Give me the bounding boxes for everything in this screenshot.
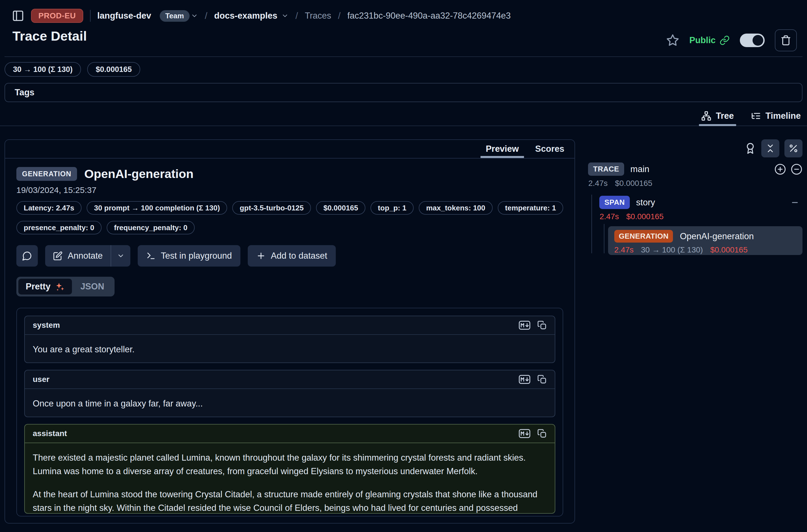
span-metrics: 2.47s $0.000165 xyxy=(600,212,664,221)
link-icon xyxy=(719,35,730,45)
trace-tree-panel: TRACE main 2.47s $0.000165 SPAN story 2.… xyxy=(581,139,803,529)
breadcrumb-trace-id: fac231bc-90ee-490a-aa32-78c4269474e3 xyxy=(348,11,511,21)
token-usage-badge: 30 prompt → 100 completion (Σ 130) xyxy=(87,201,227,215)
breadcrumb-slash: / xyxy=(338,11,341,21)
add-to-dataset-button[interactable]: Add to dataset xyxy=(248,245,336,267)
observation-timestamp: 19/03/2024, 15:25:37 xyxy=(16,185,563,195)
page-title: Trace Detail xyxy=(13,28,87,44)
message-header: system xyxy=(25,316,555,335)
tree-node-trace[interactable]: TRACE main xyxy=(588,163,803,176)
collapse-all-button[interactable] xyxy=(761,139,780,157)
span-type-badge: SPAN xyxy=(599,196,630,209)
breadcrumb-slash: / xyxy=(296,11,298,21)
parameter-badges-row-1: Latency: 2.47s 30 prompt → 100 completio… xyxy=(16,201,563,215)
panel-tabs: Preview Scores xyxy=(5,140,575,158)
trace-cost: $0.000165 xyxy=(615,179,652,188)
message-header-icons xyxy=(519,320,547,330)
timeline-icon xyxy=(751,111,761,121)
circle-plus-icon[interactable] xyxy=(774,163,786,175)
tab-timeline[interactable]: Timeline xyxy=(751,108,801,124)
action-buttons: Annotate Test in playground xyxy=(16,245,563,267)
observation-panel: Preview Scores GENERATION OpenAI-generat… xyxy=(4,139,575,524)
cost-badge: $0.000165 xyxy=(87,62,140,77)
span-latency: 2.47s xyxy=(600,212,619,221)
tags-section[interactable]: Tags xyxy=(4,83,803,102)
comments-button[interactable] xyxy=(16,245,38,267)
message-header: user xyxy=(25,370,555,389)
chevron-down-icon xyxy=(281,12,289,19)
copy-icon[interactable] xyxy=(537,429,547,438)
model-badge[interactable]: gpt-3.5-turbo-0125 xyxy=(232,201,311,215)
metrics-percent-button[interactable] xyxy=(784,139,803,157)
format-json-option[interactable]: JSON xyxy=(72,279,113,294)
observation-header: GENERATION OpenAI-generation xyxy=(16,167,563,181)
chevron-down-icon xyxy=(117,252,125,260)
public-link[interactable]: Public xyxy=(689,35,730,45)
environment-badge[interactable]: PROD-EU xyxy=(31,9,83,23)
breadcrumb-traces-link[interactable]: Traces xyxy=(305,11,331,21)
message-user: user Once upon a time in a galaxy far, f… xyxy=(24,370,555,417)
org-selector[interactable]: Team xyxy=(158,10,198,22)
token-usage-badge: 30 → 100 (Σ 130) xyxy=(4,62,81,77)
annotate-dropdown-button[interactable] xyxy=(111,245,130,267)
span-name: story xyxy=(636,197,655,208)
terminal-icon xyxy=(146,251,156,261)
temperature-badge: temperature: 1 xyxy=(498,201,563,215)
chevrons-down-up-icon xyxy=(765,143,775,153)
message-header-icons xyxy=(519,429,547,438)
markdown-toggle-icon[interactable] xyxy=(519,375,530,384)
sparkles-icon xyxy=(55,282,64,291)
breadcrumb-project: docs-examples xyxy=(214,11,277,21)
observation-content: GENERATION OpenAI-generation 19/03/2024,… xyxy=(5,158,575,516)
tab-tree-label: Tree xyxy=(716,111,734,121)
delete-trace-button[interactable] xyxy=(775,29,797,51)
message-role: system xyxy=(33,321,60,330)
playground-label: Test in playground xyxy=(161,251,232,261)
bookmark-star-icon[interactable] xyxy=(666,34,679,47)
copy-icon[interactable] xyxy=(537,375,547,384)
trace-summary-badges: 30 → 100 (Σ 130) $0.000165 xyxy=(4,62,140,77)
tab-tree[interactable]: Tree xyxy=(701,108,734,124)
tree-node-generation-selected[interactable]: GENERATION OpenAI-generation 2.47s 30 → … xyxy=(608,226,803,255)
message-content: Once upon a time in a galaxy far, far aw… xyxy=(25,389,555,417)
public-label: Public xyxy=(689,35,716,45)
markdown-toggle-icon[interactable] xyxy=(519,320,530,330)
observation-title: OpenAI-generation xyxy=(85,167,193,181)
breadcrumb-org[interactable]: langfuse-dev xyxy=(97,11,151,21)
messages-container: system You are a great storyteller. user xyxy=(16,308,563,516)
tab-preview[interactable]: Preview xyxy=(486,140,519,158)
circle-minus-icon[interactable] xyxy=(791,163,803,175)
tab-scores[interactable]: Scores xyxy=(535,140,564,158)
collapse-node-icon[interactable] xyxy=(791,198,799,207)
comment-icon xyxy=(22,251,32,261)
tree-node-span[interactable]: SPAN story xyxy=(599,196,803,209)
cost-badge: $0.000165 xyxy=(316,201,365,215)
max-tokens-badge: max_tokens: 100 xyxy=(419,201,493,215)
active-tab-indicator xyxy=(481,156,524,158)
org-type-badge: Team xyxy=(160,10,190,22)
breadcrumb: PROD-EU langfuse-dev Team / docs-example… xyxy=(12,7,796,24)
trace-latency: 2.47s xyxy=(588,179,608,188)
presence-penalty-badge: presence_penalty: 0 xyxy=(16,221,101,234)
message-system: system You are a great storyteller. xyxy=(24,316,555,363)
annotate-button[interactable]: Annotate xyxy=(45,245,111,267)
header-divider xyxy=(4,56,803,57)
markdown-toggle-icon[interactable] xyxy=(519,429,530,438)
add-to-dataset-label: Add to dataset xyxy=(271,251,327,261)
message-assistant: assistant There existed a majestic plane… xyxy=(24,424,555,514)
test-in-playground-button[interactable]: Test in playground xyxy=(138,245,240,267)
view-tabs: Tree Timeline xyxy=(701,108,801,124)
award-icon[interactable] xyxy=(744,142,756,154)
tab-preview-label: Preview xyxy=(486,144,519,154)
trace-metrics: 2.47s $0.000165 xyxy=(588,179,652,188)
public-toggle[interactable] xyxy=(740,34,765,47)
copy-icon[interactable] xyxy=(537,320,547,330)
format-pretty-option[interactable]: Pretty xyxy=(18,279,72,294)
breadcrumb-divider xyxy=(90,10,91,22)
tree-zoom-controls xyxy=(774,163,803,175)
project-selector[interactable]: docs-examples xyxy=(214,11,289,21)
generation-name: OpenAI-generation xyxy=(680,231,754,242)
sidebar-toggle-icon[interactable] xyxy=(12,10,24,22)
edit-icon xyxy=(53,251,63,261)
annotate-split-button: Annotate xyxy=(45,245,130,267)
